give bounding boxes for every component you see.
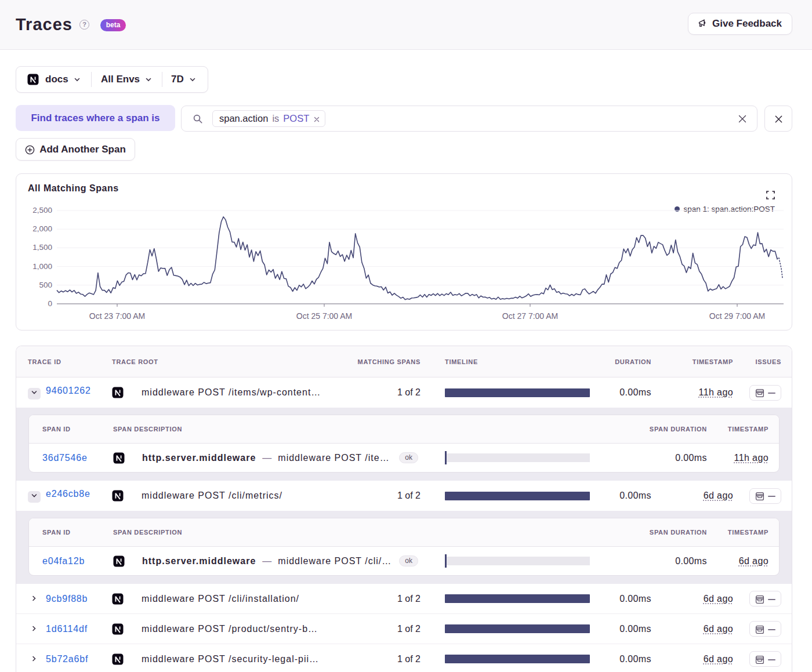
svg-text:Oct 25 7:00 AM: Oct 25 7:00 AM: [296, 311, 353, 321]
svg-text:0: 0: [48, 299, 52, 308]
svg-text:Oct 29 7:00 AM: Oct 29 7:00 AM: [709, 311, 766, 321]
svg-text:Oct 27 7:00 AM: Oct 27 7:00 AM: [502, 311, 559, 321]
svg-text:1,000: 1,000: [32, 262, 52, 271]
svg-text:2,000: 2,000: [32, 224, 52, 233]
svg-text:1,500: 1,500: [32, 243, 52, 252]
svg-text:Oct 23 7:00 AM: Oct 23 7:00 AM: [89, 311, 146, 321]
svg-text:500: 500: [39, 281, 52, 289]
svg-text:2,500: 2,500: [32, 206, 52, 215]
